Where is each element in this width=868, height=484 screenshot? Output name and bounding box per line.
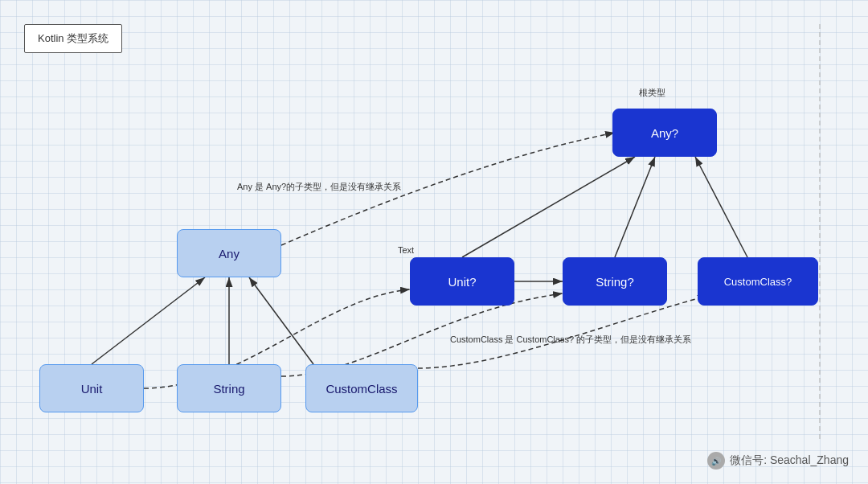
node-customclass-q: CustomClass? — [698, 257, 818, 306]
diagram-canvas: Kotlin 类型系统 — [0, 0, 868, 484]
node-unit: Unit — [39, 364, 144, 412]
watermark: 🔊 微信号: Seachal_Zhang — [707, 452, 849, 470]
title-text: Kotlin 类型系统 — [38, 32, 108, 44]
node-unit-q: Unit? — [410, 257, 514, 306]
root-label: 根类型 — [639, 87, 665, 99]
node-customclass: CustomClass — [305, 364, 418, 412]
custom-subtype-label: CustomClass 是 CustomClass? 的子类型，但是没有继承关系 — [450, 334, 691, 346]
watermark-text: 微信号: Seachal_Zhang — [730, 453, 849, 468]
text-label: Text — [398, 245, 414, 255]
diagram-title: Kotlin 类型系统 — [24, 24, 122, 53]
node-any: Any — [177, 229, 281, 277]
node-string: String — [177, 364, 281, 412]
watermark-icon: 🔊 — [707, 452, 725, 470]
svg-line-6 — [462, 157, 635, 257]
svg-line-7 — [615, 157, 655, 257]
node-string-q: String? — [563, 257, 667, 306]
svg-line-3 — [92, 277, 205, 364]
node-any-q: Any? — [612, 109, 717, 157]
svg-line-5 — [249, 277, 313, 364]
svg-line-8 — [695, 157, 747, 257]
any-subtype-label: Any 是 Any?的子类型，但是没有继承关系 — [237, 181, 401, 193]
